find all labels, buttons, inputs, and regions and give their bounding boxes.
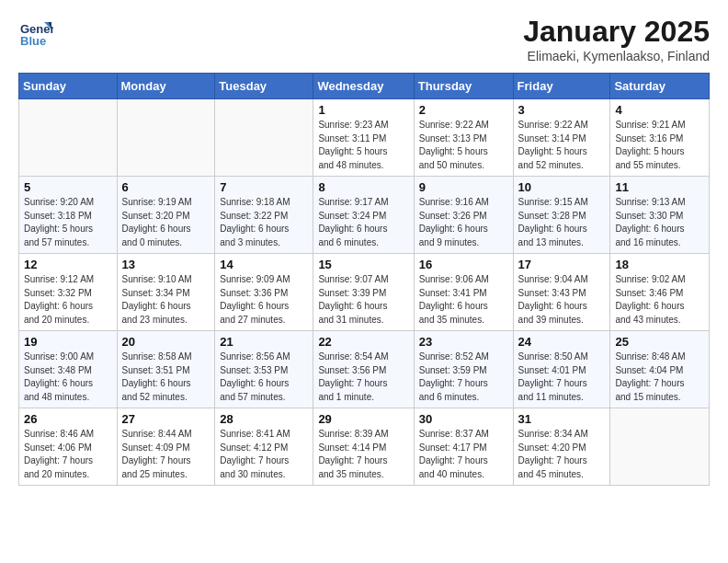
day-info: Sunrise: 9:12 AM Sunset: 3:32 PM Dayligh… [24, 273, 112, 327]
calendar-cell [610, 408, 710, 486]
day-number: 3 [518, 103, 606, 117]
day-number: 5 [24, 180, 112, 194]
day-number: 8 [318, 180, 408, 194]
logo: General Blue [18, 15, 53, 50]
day-info: Sunrise: 9:00 AM Sunset: 3:48 PM Dayligh… [24, 350, 112, 404]
calendar-cell: 31Sunrise: 8:34 AM Sunset: 4:20 PM Dayli… [513, 408, 610, 486]
day-number: 20 [122, 335, 210, 349]
day-info: Sunrise: 8:39 AM Sunset: 4:14 PM Dayligh… [318, 428, 408, 481]
calendar-week-row-1: 1Sunrise: 9:23 AM Sunset: 3:11 PM Daylig… [19, 99, 710, 177]
calendar-cell: 3Sunrise: 9:22 AM Sunset: 3:14 PM Daylig… [513, 99, 610, 177]
day-info: Sunrise: 8:41 AM Sunset: 4:12 PM Dayligh… [220, 428, 308, 481]
calendar: SundayMondayTuesdayWednesdayThursdayFrid… [18, 73, 710, 486]
calendar-cell: 12Sunrise: 9:12 AM Sunset: 3:32 PM Dayli… [19, 254, 118, 331]
title-block: January 2025 Elimaeki, Kymenlaakso, Finl… [523, 15, 710, 63]
calendar-cell: 17Sunrise: 9:04 AM Sunset: 3:43 PM Dayli… [513, 254, 610, 331]
day-number: 28 [220, 412, 308, 426]
day-number: 1 [318, 103, 408, 117]
day-info: Sunrise: 9:21 AM Sunset: 3:16 PM Dayligh… [615, 119, 704, 172]
calendar-cell: 2Sunrise: 9:22 AM Sunset: 3:13 PM Daylig… [414, 99, 513, 177]
calendar-cell: 16Sunrise: 9:06 AM Sunset: 3:41 PM Dayli… [414, 254, 513, 331]
calendar-cell: 21Sunrise: 8:56 AM Sunset: 3:53 PM Dayli… [215, 331, 313, 408]
day-info: Sunrise: 9:15 AM Sunset: 3:28 PM Dayligh… [518, 196, 606, 249]
day-info: Sunrise: 9:18 AM Sunset: 3:22 PM Dayligh… [220, 196, 308, 249]
day-info: Sunrise: 9:13 AM Sunset: 3:30 PM Dayligh… [615, 196, 704, 249]
header: General Blue January 2025 Elimaeki, Kyme… [18, 15, 710, 63]
calendar-cell: 1Sunrise: 9:23 AM Sunset: 3:11 PM Daylig… [313, 99, 414, 177]
weekday-header-saturday: Saturday [610, 74, 710, 99]
day-info: Sunrise: 9:20 AM Sunset: 3:18 PM Dayligh… [24, 196, 112, 249]
weekday-header-friday: Friday [513, 74, 610, 99]
logo-icon: General Blue [18, 15, 53, 50]
day-info: Sunrise: 9:17 AM Sunset: 3:24 PM Dayligh… [318, 196, 408, 249]
day-info: Sunrise: 8:46 AM Sunset: 4:06 PM Dayligh… [24, 428, 112, 481]
day-info: Sunrise: 9:19 AM Sunset: 3:20 PM Dayligh… [122, 196, 210, 249]
day-info: Sunrise: 8:37 AM Sunset: 4:17 PM Dayligh… [419, 428, 508, 481]
day-info: Sunrise: 9:02 AM Sunset: 3:46 PM Dayligh… [615, 273, 704, 327]
day-number: 19 [24, 335, 112, 349]
month-title: January 2025 [523, 15, 710, 49]
day-number: 23 [419, 335, 508, 349]
calendar-cell: 5Sunrise: 9:20 AM Sunset: 3:18 PM Daylig… [19, 177, 118, 254]
day-number: 2 [419, 103, 508, 117]
calendar-cell [215, 99, 313, 177]
subtitle: Elimaeki, Kymenlaakso, Finland [523, 49, 710, 63]
day-number: 25 [615, 335, 704, 349]
day-number: 14 [220, 258, 308, 271]
calendar-week-row-4: 19Sunrise: 9:00 AM Sunset: 3:48 PM Dayli… [19, 331, 710, 408]
day-info: Sunrise: 8:52 AM Sunset: 3:59 PM Dayligh… [419, 350, 508, 404]
calendar-cell: 23Sunrise: 8:52 AM Sunset: 3:59 PM Dayli… [414, 331, 513, 408]
day-info: Sunrise: 9:06 AM Sunset: 3:41 PM Dayligh… [419, 273, 508, 327]
calendar-cell: 24Sunrise: 8:50 AM Sunset: 4:01 PM Dayli… [513, 331, 610, 408]
calendar-cell: 8Sunrise: 9:17 AM Sunset: 3:24 PM Daylig… [313, 177, 414, 254]
calendar-week-row-2: 5Sunrise: 9:20 AM Sunset: 3:18 PM Daylig… [19, 177, 710, 254]
calendar-week-row-5: 26Sunrise: 8:46 AM Sunset: 4:06 PM Dayli… [19, 408, 710, 486]
day-number: 21 [220, 335, 308, 349]
calendar-cell: 13Sunrise: 9:10 AM Sunset: 3:34 PM Dayli… [117, 254, 215, 331]
day-number: 17 [518, 258, 606, 271]
day-number: 31 [518, 412, 606, 426]
day-number: 27 [122, 412, 210, 426]
day-number: 29 [318, 412, 408, 426]
day-info: Sunrise: 9:10 AM Sunset: 3:34 PM Dayligh… [122, 273, 210, 327]
day-info: Sunrise: 9:09 AM Sunset: 3:36 PM Dayligh… [220, 273, 308, 327]
day-number: 16 [419, 258, 508, 271]
page: General Blue January 2025 Elimaeki, Kyme… [0, 0, 728, 500]
calendar-cell: 6Sunrise: 9:19 AM Sunset: 3:20 PM Daylig… [117, 177, 215, 254]
day-info: Sunrise: 9:22 AM Sunset: 3:14 PM Dayligh… [518, 119, 606, 172]
calendar-week-row-3: 12Sunrise: 9:12 AM Sunset: 3:32 PM Dayli… [19, 254, 710, 331]
day-info: Sunrise: 8:50 AM Sunset: 4:01 PM Dayligh… [518, 350, 606, 404]
day-number: 7 [220, 180, 308, 194]
day-info: Sunrise: 8:58 AM Sunset: 3:51 PM Dayligh… [122, 350, 210, 404]
day-info: Sunrise: 8:54 AM Sunset: 3:56 PM Dayligh… [318, 350, 408, 404]
weekday-header-monday: Monday [117, 74, 215, 99]
day-number: 13 [122, 258, 210, 271]
day-number: 10 [518, 180, 606, 194]
day-number: 30 [419, 412, 508, 426]
day-info: Sunrise: 9:16 AM Sunset: 3:26 PM Dayligh… [419, 196, 508, 249]
weekday-header-wednesday: Wednesday [313, 74, 414, 99]
calendar-cell: 28Sunrise: 8:41 AM Sunset: 4:12 PM Dayli… [215, 408, 313, 486]
calendar-cell: 19Sunrise: 9:00 AM Sunset: 3:48 PM Dayli… [19, 331, 118, 408]
calendar-cell: 25Sunrise: 8:48 AM Sunset: 4:04 PM Dayli… [610, 331, 710, 408]
calendar-cell [117, 99, 215, 177]
day-info: Sunrise: 8:56 AM Sunset: 3:53 PM Dayligh… [220, 350, 308, 404]
calendar-cell: 14Sunrise: 9:09 AM Sunset: 3:36 PM Dayli… [215, 254, 313, 331]
day-info: Sunrise: 9:23 AM Sunset: 3:11 PM Dayligh… [318, 119, 408, 172]
calendar-cell: 10Sunrise: 9:15 AM Sunset: 3:28 PM Dayli… [513, 177, 610, 254]
calendar-cell: 27Sunrise: 8:44 AM Sunset: 4:09 PM Dayli… [117, 408, 215, 486]
weekday-header-row: SundayMondayTuesdayWednesdayThursdayFrid… [19, 74, 710, 99]
day-info: Sunrise: 8:44 AM Sunset: 4:09 PM Dayligh… [122, 428, 210, 481]
calendar-cell: 26Sunrise: 8:46 AM Sunset: 4:06 PM Dayli… [19, 408, 118, 486]
day-info: Sunrise: 8:34 AM Sunset: 4:20 PM Dayligh… [518, 428, 606, 481]
day-info: Sunrise: 8:48 AM Sunset: 4:04 PM Dayligh… [615, 350, 704, 404]
day-number: 26 [24, 412, 112, 426]
day-number: 4 [615, 103, 704, 117]
calendar-cell: 15Sunrise: 9:07 AM Sunset: 3:39 PM Dayli… [313, 254, 414, 331]
day-number: 22 [318, 335, 408, 349]
calendar-cell: 4Sunrise: 9:21 AM Sunset: 3:16 PM Daylig… [610, 99, 710, 177]
weekday-header-tuesday: Tuesday [215, 74, 313, 99]
day-number: 15 [318, 258, 408, 271]
day-number: 6 [122, 180, 210, 194]
day-number: 18 [615, 258, 704, 271]
